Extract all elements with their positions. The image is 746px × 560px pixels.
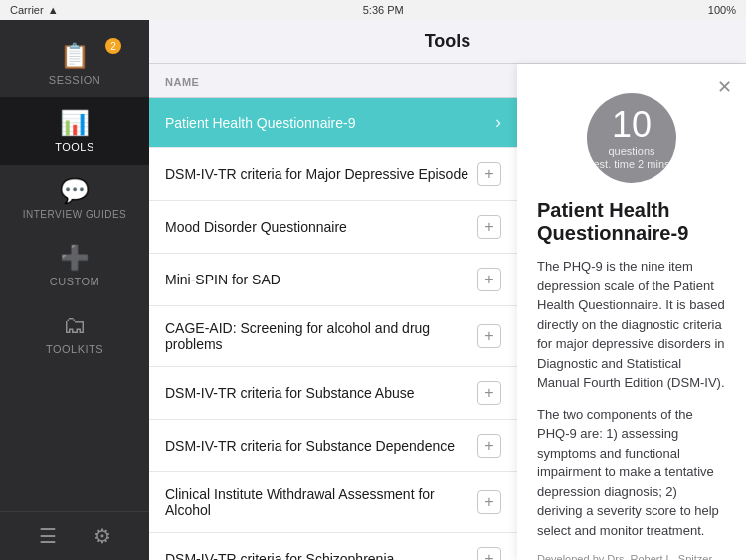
selected-arrow-icon: ›: [495, 112, 501, 133]
sidebar-item-custom-label: CUSTOM: [50, 276, 99, 287]
toolkits-icon: 🗂: [63, 311, 87, 339]
detail-body-1: The PHQ-9 is the nine item depression sc…: [537, 257, 726, 393]
question-count-circle: 10 questions est. time 2 mins: [587, 93, 676, 183]
interview-guides-icon: 💬: [60, 177, 90, 205]
list-column-header: NAME: [149, 64, 517, 98]
plus-icon: +: [484, 219, 493, 235]
session-icon: 📋: [60, 42, 90, 70]
item-name: DSM-IV-TR criteria for Major Depressive …: [165, 166, 477, 182]
item-name: Mini-SPIN for SAD: [165, 272, 477, 287]
add-button[interactable]: +: [477, 268, 501, 291]
sidebar-item-toolkits-label: TOOLKITS: [46, 343, 103, 355]
plus-icon: +: [484, 328, 493, 344]
sidebar-item-session[interactable]: 2 📋 SESSION: [0, 30, 149, 97]
tools-header-title: Tools: [425, 31, 471, 52]
plus-icon: +: [484, 385, 493, 401]
item-name: DSM-IV-TR criteria for Substance Abuse: [165, 385, 477, 401]
wifi-icon: ▲: [48, 4, 59, 16]
menu-icon[interactable]: ☰: [39, 524, 57, 548]
custom-icon: ➕: [60, 244, 90, 272]
add-button[interactable]: +: [477, 434, 501, 458]
plus-icon: +: [484, 494, 493, 510]
plus-icon: +: [484, 166, 493, 182]
sidebar-item-session-label: SESSION: [49, 74, 100, 86]
add-button[interactable]: +: [477, 162, 501, 186]
list-item[interactable]: Mood Disorder Questionnaire +: [149, 201, 517, 254]
sidebar: 2 📋 SESSION 📊 TOOLS 💬 INTERVIEW GUIDES ➕…: [0, 20, 149, 560]
list-item[interactable]: Mini-SPIN for SAD +: [149, 254, 517, 306]
sidebar-item-toolkits[interactable]: 🗂 TOOLKITS: [0, 299, 149, 367]
close-button[interactable]: ✕: [717, 76, 732, 97]
list-item[interactable]: DSM-IV-TR criteria for Major Depressive …: [149, 148, 517, 201]
list-item[interactable]: CAGE-AID: Screening for alcohol and drug…: [149, 306, 517, 367]
settings-icon[interactable]: ⚙: [93, 524, 111, 548]
questions-label: questions: [608, 145, 654, 157]
add-button[interactable]: +: [477, 215, 501, 239]
add-button[interactable]: +: [477, 547, 501, 560]
sidebar-item-tools-label: TOOLS: [55, 141, 94, 153]
list-item[interactable]: Clinical Institute Withdrawal Assessment…: [149, 472, 517, 533]
tool-list: NAME Patient Health Questionnaire-9 › DS…: [149, 64, 517, 560]
time-estimate: est. time 2 mins: [593, 158, 669, 170]
list-item[interactable]: DSM-IV-TR criteria for Substance Abuse +: [149, 367, 517, 420]
detail-panel: ✕ 10 questions est. time 2 mins Patient …: [517, 64, 746, 560]
plus-icon: +: [484, 551, 493, 560]
item-name: Mood Disorder Questionnaire: [165, 219, 477, 235]
session-badge: 2: [105, 38, 121, 54]
plus-icon: +: [484, 272, 493, 287]
detail-title: Patient Health Questionnaire-9: [537, 199, 726, 245]
sidebar-item-custom[interactable]: ➕ CUSTOM: [0, 232, 149, 299]
add-button[interactable]: +: [477, 324, 501, 348]
detail-content: Patient Health Questionnaire-9 The PHQ-9…: [517, 199, 746, 560]
battery-label: 100%: [708, 4, 736, 16]
status-right: 100%: [708, 4, 736, 16]
item-name: Patient Health Questionnaire-9: [165, 115, 495, 131]
item-name: Clinical Institute Withdrawal Assessment…: [165, 486, 477, 518]
status-time: 5:36 PM: [363, 4, 404, 16]
list-item[interactable]: DSM-IV-TR criteria for Schizophrenia +: [149, 533, 517, 560]
tools-icon: 📊: [60, 109, 90, 137]
item-name: DSM-IV-TR criteria for Substance Depende…: [165, 438, 477, 454]
item-name: CAGE-AID: Screening for alcohol and drug…: [165, 320, 477, 352]
status-bar: Carrier ▲ 5:36 PM 100%: [0, 0, 746, 20]
main-area: Tools NAME Patient Health Questionnaire-…: [149, 20, 746, 560]
tools-header: Tools: [149, 20, 746, 64]
detail-credit: Developed by Drs. Robert L. Spitzer, Jan…: [537, 552, 726, 560]
sidebar-item-interview-guides[interactable]: 💬 INTERVIEW GUIDES: [0, 165, 149, 232]
plus-icon: +: [484, 438, 493, 454]
add-button[interactable]: +: [477, 381, 501, 405]
sidebar-bottom: ☰ ⚙: [0, 511, 149, 560]
list-item[interactable]: DSM-IV-TR criteria for Substance Depende…: [149, 420, 517, 472]
sidebar-item-interview-guides-label: INTERVIEW GUIDES: [19, 209, 131, 220]
sidebar-item-tools[interactable]: 📊 TOOLS: [0, 97, 149, 165]
name-column-label: NAME: [165, 76, 199, 88]
add-button[interactable]: +: [477, 490, 501, 514]
status-left: Carrier ▲: [10, 4, 59, 16]
detail-body-2: The two components of the PHQ-9 are: 1) …: [537, 405, 726, 541]
list-item[interactable]: Patient Health Questionnaire-9 ›: [149, 98, 517, 148]
question-count: 10: [612, 107, 652, 143]
item-name: DSM-IV-TR criteria for Schizophrenia: [165, 551, 477, 560]
carrier-label: Carrier: [10, 4, 44, 16]
